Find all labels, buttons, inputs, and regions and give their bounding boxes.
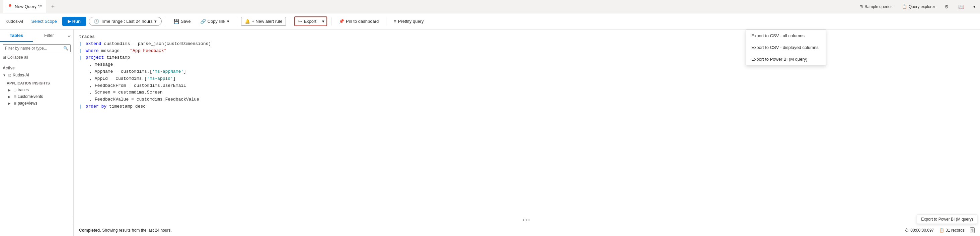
sidebar-item-pageviews[interactable]: ▶ ⊞ pageViews <box>0 100 73 107</box>
query-tab[interactable]: 📍 New Query 1* <box>3 0 46 13</box>
filter-box: 🔍 <box>3 44 71 52</box>
code-line-1: traces <box>79 33 975 41</box>
new-alert-icon: 🔔 <box>245 19 250 24</box>
pageviews-label: pageViews <box>18 101 71 105</box>
pin-icon: 📌 <box>339 19 344 24</box>
chevron-down-icon: ▾ <box>973 4 975 9</box>
sample-queries-label: Sample queries <box>864 4 892 9</box>
run-button[interactable]: ▶ Run <box>62 17 86 26</box>
code-line-5: , message <box>79 61 975 69</box>
export-dropdown-button[interactable]: ▾ <box>320 17 326 26</box>
sample-queries-button[interactable]: ⊞ Sample queries <box>858 3 894 10</box>
export-csv-displayed-button[interactable]: Export to CSV - displayed columns <box>746 41 826 53</box>
records-value: 31 records <box>945 228 965 233</box>
filter-input[interactable] <box>5 46 63 51</box>
tab-filter[interactable]: Filter <box>33 30 65 42</box>
copy-link-button[interactable]: 🔗 Copy link ▾ <box>197 17 233 26</box>
pin-label: Pin to dashboard <box>346 19 379 24</box>
pin-to-dashboard-button[interactable]: 📌 Pin to dashboard <box>336 17 382 26</box>
collapse-icon: ⊟ <box>3 55 6 60</box>
workspace-icon: ◎ <box>8 73 11 77</box>
collapse-all-button[interactable]: ⊟ Collapse all <box>0 54 73 61</box>
workspace-name-label: Kudos-AI <box>13 73 66 77</box>
settings-button[interactable]: ⚙ <box>942 3 951 11</box>
prettify-icon: ≡ <box>394 19 396 24</box>
export-csv-all-button[interactable]: Export to CSV - all columns <box>746 30 826 41</box>
pipe-icon-4: | <box>79 103 84 110</box>
main-layout: Tables Filter « 🔍 ⊟ Collapse all Active … <box>0 30 980 236</box>
clock-icon: 🕐 <box>94 19 99 24</box>
expand-button[interactable]: ▾ <box>971 3 977 10</box>
book-icon: 📖 <box>958 4 964 10</box>
export-power-bi-tooltip: Export to Power BI (M query) <box>917 215 977 224</box>
export-button[interactable]: ↦ Export <box>295 17 320 26</box>
toolbar-separator-5 <box>386 18 387 26</box>
code-line-3: | where message == "App Feedback" <box>79 48 975 55</box>
copy-link-chevron-icon: ▾ <box>227 19 229 24</box>
code-line-10: , FeedbackValue = customdims.FeedbackVal… <box>79 96 975 103</box>
sidebar-item-customevents[interactable]: ▶ ⊞ customEvents <box>0 93 73 100</box>
sample-queries-icon: ⊞ <box>859 4 863 9</box>
clock-icon-small: ⏱ <box>905 228 909 233</box>
duration-item: ⏱ 00:00:00.697 <box>905 228 934 233</box>
top-right-actions: ⊞ Sample queries 📋 Query explorer ⚙ 📖 ▾ <box>858 3 977 11</box>
toolbar-separator-3 <box>290 18 290 26</box>
status-bar: Completed. Showing results from the last… <box>74 224 980 236</box>
table-icon-traces: ⊞ <box>13 88 16 92</box>
tab-tables[interactable]: Tables <box>0 30 33 42</box>
status-showing-label: Showing results from the last 24 hours. <box>102 228 172 233</box>
export-dropdown-menu: Export to CSV - all columns Export to CS… <box>746 30 826 65</box>
code-editor[interactable]: traces | extend customdims = parse_json(… <box>74 30 980 216</box>
app-insights-section-label: APPLICATION INSIGHTS <box>0 80 73 86</box>
pageviews-expand-icon: ▶ <box>8 102 12 105</box>
status-right: ⏱ 00:00:00.697 📋 31 records ⇑ <box>905 227 975 233</box>
tab-bar: 📍 New Query 1* + ⊞ Sample queries 📋 Quer… <box>0 0 980 13</box>
search-icon: 🔍 <box>63 46 68 51</box>
time-range-label: Time range : Last 24 hours <box>101 19 153 24</box>
save-icon: 💾 <box>173 19 179 24</box>
add-tab-button[interactable]: + <box>48 2 58 12</box>
save-button[interactable]: 💾 Save <box>170 17 194 26</box>
editor-area: traces | extend customdims = parse_json(… <box>74 30 980 236</box>
sidebar: Tables Filter « 🔍 ⊟ Collapse all Active … <box>0 30 74 236</box>
documentation-button[interactable]: 📖 <box>956 3 966 11</box>
sidebar-item-traces[interactable]: ▶ ⊞ traces <box>0 86 73 93</box>
time-range-button[interactable]: 🕐 Time range : Last 24 hours ▾ <box>89 17 162 26</box>
status-completed-label: Completed. <box>79 228 101 233</box>
pipe-icon-3: | <box>79 54 84 61</box>
duration-value: 00:00:00.697 <box>910 228 934 233</box>
query-explorer-button[interactable]: 📋 Query explorer <box>900 3 937 10</box>
query-explorer-label: Query explorer <box>909 4 935 9</box>
toolbar: Kudos-AI Select Scope ▶ Run 🕐 Time range… <box>0 13 980 30</box>
gear-icon: ⚙ <box>945 4 949 10</box>
copy-link-icon: 🔗 <box>200 19 206 24</box>
export-icon: ↦ <box>298 19 302 24</box>
workspace-tree-item[interactable]: ▼ ◎ Kudos-AI ☆ <box>0 72 73 78</box>
collapse-results-button[interactable]: ⇑ <box>970 227 975 233</box>
toolbar-separator-4 <box>331 18 331 26</box>
select-scope-button[interactable]: Select Scope <box>29 18 60 25</box>
sidebar-tabs: Tables Filter « <box>0 30 73 42</box>
sidebar-collapse-button[interactable]: « <box>65 30 73 42</box>
collapse-all-label: Collapse all <box>7 55 28 60</box>
toolbar-separator-1 <box>166 18 166 26</box>
code-line-8: , FeedbackFrom = customdims.UserEmail <box>79 83 975 89</box>
copy-link-label: Copy link <box>208 19 225 24</box>
code-line-2: | extend customdims = parse_json(customD… <box>79 41 975 48</box>
new-alert-rule-button[interactable]: 🔔 + New alert rule <box>241 17 286 26</box>
code-line-11: | order by timestamp desc <box>79 103 975 110</box>
tab-location-icon: 📍 <box>7 4 13 10</box>
save-label: Save <box>181 19 191 24</box>
prettify-label: Prettify query <box>398 19 424 24</box>
export-power-bi-button[interactable]: Export to Power BI (M query) <box>746 53 826 65</box>
table-icon-pageviews: ⊞ <box>13 101 16 105</box>
pipe-icon: | <box>79 41 84 48</box>
export-button-group: ↦ Export ▾ <box>294 16 327 26</box>
prettify-query-button[interactable]: ≡ Prettify query <box>390 17 427 26</box>
expand-results-dots[interactable]: ••• <box>74 216 980 224</box>
export-chevron-icon: ▾ <box>322 19 325 24</box>
customevents-expand-icon: ▶ <box>8 95 12 99</box>
query-explorer-icon: 📋 <box>902 4 907 9</box>
active-section-label: Active <box>0 64 73 72</box>
export-label: Export <box>304 19 317 24</box>
